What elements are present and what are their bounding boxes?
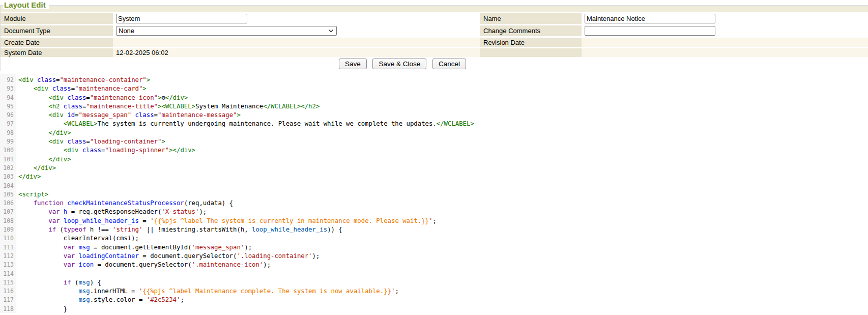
line-number: 115 <box>0 278 14 287</box>
line-number: 101 <box>0 155 14 164</box>
change-comments-value-cell <box>582 25 868 36</box>
document-type-select[interactable]: None <box>116 26 337 36</box>
line-number: 94 <box>0 94 14 102</box>
code-line-text: <div class="maintenance-icon">⚙</div> <box>14 94 188 102</box>
line-number: 102 <box>0 164 14 173</box>
line-number: 108 <box>0 217 14 225</box>
name-value-cell <box>582 13 868 24</box>
code-line: 106 function checkMaintenanceStatusProce… <box>0 199 868 208</box>
line-number: 103 <box>0 173 14 181</box>
code-line: 99 <div class="loading-container"> <box>0 137 868 146</box>
layout-edit-form: Module Name Document Type None Change Co… <box>1 6 868 57</box>
code-line-text: var loadingContainer = document.querySel… <box>14 252 320 261</box>
code-line-text: <WCLABEL>The system is currently undergo… <box>14 120 474 128</box>
code-line-text: var loop_while_header_is = '{{%pjs ^labe… <box>14 217 437 225</box>
save-button[interactable]: Save <box>339 59 367 69</box>
line-number: 107 <box>0 208 14 216</box>
line-number: 92 <box>0 76 14 84</box>
line-number: 98 <box>0 129 14 137</box>
code-line-text: var msg = document.getElementById('messa… <box>14 243 252 252</box>
code-line-text: </div> <box>14 164 56 173</box>
code-lines[interactable]: 92<div class="maintenance-container">93 … <box>0 74 868 315</box>
change-comments-input[interactable] <box>585 26 715 36</box>
code-line: 111 var msg = document.getElementById('m… <box>0 243 868 252</box>
line-number: 97 <box>0 120 14 128</box>
code-line-text: </div> <box>14 155 71 164</box>
code-line: 102 </div> <box>0 164 868 173</box>
code-line: 97 <WCLABEL>The system is currently unde… <box>0 120 868 128</box>
line-number: 116 <box>0 287 14 296</box>
module-label: Module <box>1 13 113 24</box>
code-line-text: <h2 class="maintenance-title"><WCLABEL>S… <box>14 102 320 111</box>
line-number: 113 <box>0 261 14 269</box>
document-type-value-cell: None <box>113 25 480 36</box>
code-line: 98 </div> <box>0 129 868 137</box>
code-line: 109 if (typeof h !== 'string' || !miestr… <box>0 225 868 234</box>
chevron-down-icon <box>328 29 334 33</box>
code-line-text: var h = req.getResponseHeader('X-status'… <box>14 208 207 216</box>
line-number: 104 <box>0 182 14 190</box>
code-line-text: <script> <box>14 190 48 199</box>
code-line: 104 <box>0 182 868 190</box>
line-number: 105 <box>0 190 14 199</box>
code-line-text <box>14 270 18 278</box>
line-number: 95 <box>0 102 14 111</box>
document-type-selected-option: None <box>119 27 134 35</box>
code-line: 101 </div> <box>0 155 868 164</box>
table-spacer-row <box>1 6 868 12</box>
code-line: 114 <box>0 270 868 278</box>
code-line: 96 <div id="message_span" class="mainten… <box>0 111 868 120</box>
name-label: Name <box>480 13 582 24</box>
code-line-text: <div class="maintenance-card"> <box>14 84 147 93</box>
code-line-text: </div> <box>14 129 71 137</box>
line-number: 96 <box>0 111 14 120</box>
name-input[interactable] <box>585 14 715 23</box>
code-line: 117 msg.style.color = '#2c5234'; <box>0 296 868 304</box>
code-line: 118 } <box>0 305 868 313</box>
code-line: 94 <div class="maintenance-icon">⚙</div> <box>0 94 868 102</box>
save-and-close-button[interactable]: Save & Close <box>372 59 426 69</box>
code-line: 113 var icon = document.querySelector('.… <box>0 261 868 269</box>
create-date-value <box>113 38 480 47</box>
code-line: 100 <div class="loading-spinner"></div> <box>0 146 868 155</box>
line-number: 117 <box>0 296 14 304</box>
code-line: 95 <h2 class="maintenance-title"><WCLABE… <box>0 102 868 111</box>
code-line: 108 var loop_while_header_is = '{{%pjs ^… <box>0 217 868 225</box>
code-line-text: <div class="loading-spinner"></div> <box>14 146 195 155</box>
code-line: 103</div> <box>0 173 868 181</box>
revision-date-value <box>582 38 868 47</box>
line-number: 100 <box>0 146 14 155</box>
line-number: 112 <box>0 252 14 261</box>
code-line: 112 var loadingContainer = document.quer… <box>0 252 868 261</box>
module-input[interactable] <box>116 14 247 23</box>
button-bar: Save Save & Close Cancel <box>1 57 804 71</box>
code-line-text: <div id="message_span" class="maintenanc… <box>14 111 241 120</box>
line-number: 118 <box>0 305 14 313</box>
code-line-text: msg.style.color = '#2c5234'; <box>14 296 184 304</box>
code-line-text: function checkMaintenanceStatusProcessor… <box>14 199 233 208</box>
page-title: Layout Edit <box>3 1 49 9</box>
code-line-text: clearInterval(cmsi); <box>14 234 139 243</box>
code-line-text: <div class="maintenance-container"> <box>14 76 150 84</box>
code-line: 93 <div class="maintenance-card"> <box>0 84 868 93</box>
system-date-value: 12-02-2025 06:02 <box>113 48 480 57</box>
code-line-text: msg.innerHTML = '{{%pjs ^label Maintenan… <box>14 287 399 296</box>
code-line: 105<script> <box>0 190 868 199</box>
document-type-label: Document Type <box>1 25 113 36</box>
line-number: 93 <box>0 84 14 93</box>
code-line-text: if (typeof h !== 'string' || !miestring.… <box>14 225 342 234</box>
empty-label-cell <box>480 48 582 57</box>
code-line: 115 if (msg) { <box>0 278 868 287</box>
code-line-text: <div class="loading-container"> <box>14 137 165 146</box>
change-comments-label: Change Comments <box>480 25 582 36</box>
code-line: 116 msg.innerHTML = '{{%pjs ^label Maint… <box>0 287 868 296</box>
cancel-button[interactable]: Cancel <box>432 59 466 69</box>
empty-value-cell <box>582 48 868 57</box>
line-number: 109 <box>0 225 14 234</box>
line-number: 99 <box>0 137 14 146</box>
revision-date-label: Revision Date <box>480 38 582 47</box>
code-line-text: </div> <box>14 173 41 181</box>
code-editor[interactable]: 92<div class="maintenance-container">93 … <box>0 74 868 313</box>
create-date-label: Create Date <box>1 38 113 47</box>
code-line-text: } <box>14 305 67 313</box>
